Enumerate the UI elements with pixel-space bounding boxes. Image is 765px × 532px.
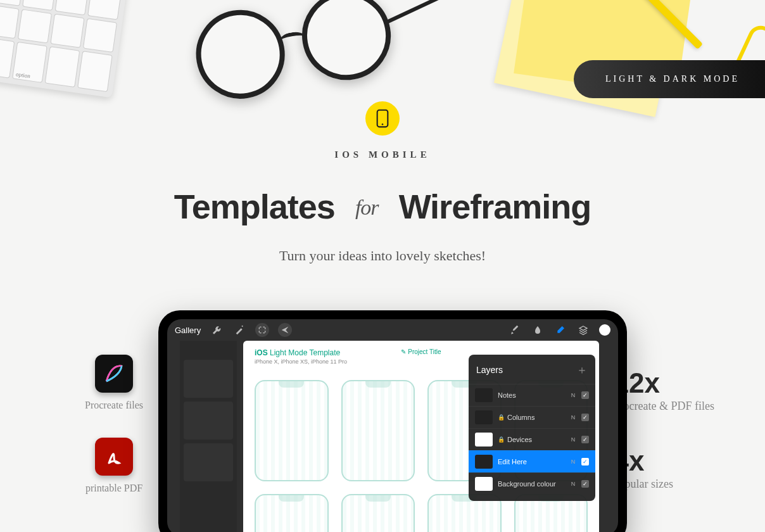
- layer-thumb: [475, 410, 493, 424]
- procreate-toolbar: Gallery: [167, 319, 618, 341]
- keyboard-prop: controloption: [0, 0, 127, 98]
- title-word-2: Wireframing: [399, 187, 591, 225]
- svg-point-1: [382, 124, 384, 125]
- color-icon[interactable]: [599, 324, 610, 336]
- layer-visibility[interactable]: ✓: [581, 414, 589, 421]
- stat-12x: 12x: [614, 367, 714, 399]
- smudge-icon[interactable]: [531, 323, 545, 337]
- sticky-notes-prop: [494, 0, 681, 117]
- layers-icon[interactable]: [576, 323, 590, 337]
- layer-blend: N: [570, 481, 576, 487]
- layer-visibility[interactable]: ✓: [581, 480, 589, 488]
- title-for: for: [355, 196, 379, 219]
- layer-name: Edit Here: [498, 458, 565, 466]
- stat-4x-label: popular sizes: [614, 477, 714, 491]
- eyebrow-text: IOS MOBILE: [0, 149, 765, 160]
- procreate-label: Procreate files: [76, 399, 152, 412]
- layer-blend: N: [570, 414, 576, 421]
- selection-icon[interactable]: [255, 323, 269, 337]
- phone-frame: [255, 380, 329, 481]
- layer-row[interactable]: 🔒DevicesN✓: [469, 428, 595, 450]
- title-word-1: Templates: [174, 187, 335, 225]
- lock-icon: 🔒: [498, 436, 505, 443]
- layer-blend: N: [570, 392, 576, 398]
- gallery-button[interactable]: Gallery: [175, 326, 201, 335]
- stat-12x-label: Procreate & PDF files: [614, 399, 714, 414]
- layer-thumb: [475, 477, 493, 491]
- subtitle: Turn your ideas into lovely sketches!: [0, 248, 765, 264]
- layers-title: Layers: [476, 365, 503, 375]
- layer-row[interactable]: NotesN✓: [469, 384, 595, 406]
- layer-row[interactable]: Edit HereN✓: [469, 450, 595, 472]
- layer-name: Notes: [498, 391, 565, 399]
- layer-name: Columns: [507, 414, 565, 421]
- layer-row[interactable]: 🔒ColumnsN✓: [469, 406, 595, 428]
- phone-frame: [341, 494, 415, 532]
- wrench-icon[interactable]: [210, 323, 224, 337]
- side-panel: [180, 341, 237, 532]
- pdf-label: printable PDF: [76, 482, 152, 495]
- project-title[interactable]: ✎ Project Title: [401, 348, 441, 355]
- layer-name: Background colour: [498, 480, 565, 488]
- layer-blend: N: [570, 459, 576, 465]
- layer-thumb: [475, 455, 493, 469]
- layer-thumb: [475, 388, 493, 402]
- layer-blend: N: [570, 436, 576, 443]
- layers-panel: Layers ＋ NotesN✓🔒ColumnsN✓🔒DevicesN✓Edit…: [469, 355, 595, 501]
- ipad-mockup: Gallery iOS Light Mode Template iPhone X…: [158, 310, 627, 532]
- arrow-icon[interactable]: [278, 323, 292, 337]
- mode-badge: LIGHT & DARK MODE: [574, 60, 765, 98]
- layer-visibility[interactable]: ✓: [581, 391, 589, 399]
- acrobat-icon: [95, 438, 133, 476]
- phone-frame: [341, 380, 415, 481]
- lock-icon: 🔒: [498, 414, 505, 421]
- phone-frame: [255, 494, 329, 532]
- eraser-icon[interactable]: [553, 323, 567, 337]
- phone-icon: [365, 101, 400, 136]
- layer-visibility[interactable]: ✓: [581, 436, 589, 443]
- layer-thumb: [475, 433, 493, 446]
- layer-visibility[interactable]: ✓: [581, 458, 589, 466]
- procreate-icon: [95, 355, 133, 393]
- page-title: Templates for Wireframing: [0, 187, 765, 226]
- wand-icon[interactable]: [232, 323, 246, 337]
- stat-4x: 4x: [614, 445, 714, 477]
- layer-row[interactable]: Background colourN✓: [469, 472, 595, 495]
- brush-icon[interactable]: [508, 323, 522, 337]
- layer-name: Devices: [507, 436, 565, 443]
- add-layer-button[interactable]: ＋: [576, 362, 588, 377]
